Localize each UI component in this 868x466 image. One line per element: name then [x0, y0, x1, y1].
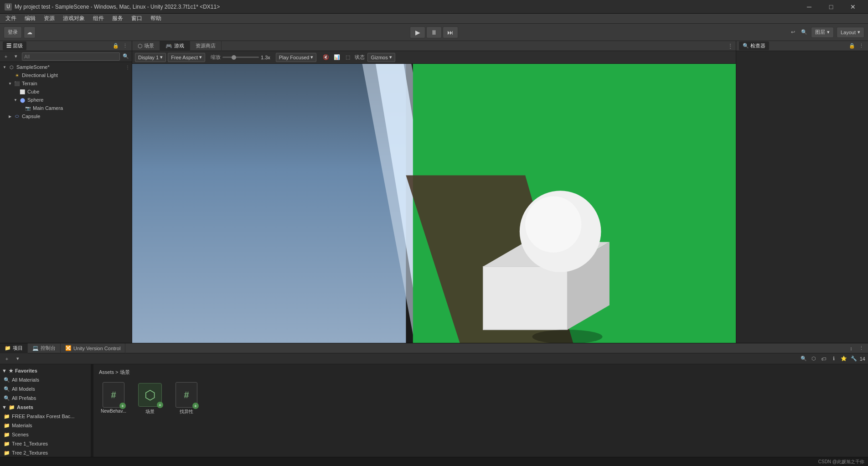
more-bottom-icon[interactable]: ⋮ [857, 344, 865, 352]
filter2-icon[interactable]: 🏷 [820, 355, 828, 363]
tabs-more[interactable]: ⋮ [725, 43, 736, 49]
plus-badge: + [119, 403, 126, 409]
mute-icon[interactable]: 🔇 [322, 53, 330, 62]
dropdown-arrow[interactable]: ▾ [12, 52, 20, 61]
tab-store[interactable]: 资源商店 [190, 41, 222, 51]
inspector-header: 🔍 检查器 🔒 ⋮ [736, 41, 868, 51]
menu-help[interactable]: 帮助 [147, 14, 165, 23]
assets-grid: # + NewBehav... ⬡ + 场景 [97, 380, 864, 417]
unity-logo-icon: ⬡ [145, 388, 155, 403]
tab-version-control[interactable]: 🔀 Unity Version Control [61, 343, 125, 353]
cloud-button[interactable]: ☁ [24, 26, 36, 38]
hierarchy-item-cube[interactable]: ⬜ Cube [0, 88, 132, 96]
project-tab-label: 项目 [13, 345, 23, 352]
filter5-icon[interactable]: 🔧 [850, 355, 858, 363]
menu-window[interactable]: 窗口 [128, 14, 146, 23]
asset-newbehav[interactable]: # + NewBehav... [97, 380, 130, 417]
assets-header[interactable]: ▼ 📁 Assets [0, 403, 91, 412]
favorites-header[interactable]: ▼ ★ Favorites [0, 366, 91, 375]
pause-button[interactable]: ⏸ [426, 26, 442, 38]
app-icon: U [5, 3, 12, 10]
hierarchy-item-samplescene[interactable]: ▼ ⬡ SampleScene* ⋮ [0, 63, 132, 71]
sidebar-materials[interactable]: 📁 Materials [0, 421, 91, 430]
filter4-icon[interactable]: ⭐ [840, 355, 848, 363]
tab-inspector[interactable]: 🔍 检查器 [739, 41, 769, 50]
step-button[interactable]: ⏭ [443, 26, 458, 38]
menu-edit[interactable]: 编辑 [21, 14, 39, 23]
wireframe-icon[interactable]: ⬚ [344, 53, 352, 62]
menu-services[interactable]: 服务 [108, 14, 127, 23]
add-asset-button[interactable]: + [3, 355, 11, 363]
tab-scene[interactable]: ⬡ 场景 [132, 41, 160, 51]
close-button[interactable]: ✕ [842, 0, 863, 14]
expand-favorites: ▼ [2, 368, 7, 373]
zoom-slider[interactable] [222, 57, 259, 58]
asset-scene[interactable]: ⬡ + 场景 [134, 380, 166, 417]
hierarchy-item-capsule[interactable]: ▶ ⬭ Capsule [0, 112, 132, 120]
more-menu[interactable]: ⋮ [125, 65, 130, 70]
account-button[interactable]: 登录 [4, 26, 22, 38]
aspect-dropdown[interactable]: Free Aspect ▾ [168, 53, 205, 62]
search-toggle[interactable]: 🔍 [122, 52, 130, 61]
filter3-icon[interactable]: ℹ [830, 355, 838, 363]
hierarchy-item-terrain[interactable]: ▼ ⬛ Terrain [0, 79, 132, 88]
undo-icon[interactable]: ↩ [789, 28, 797, 36]
collapse-bottom-icon[interactable]: ↕ [847, 344, 855, 352]
breadcrumb: Assets > 场景 [97, 368, 864, 377]
unity-toolbar: 登录 ☁ ▶ ⏸ ⏭ ↩ 🔍 图层 ▾ Layout ▾ [0, 24, 868, 41]
hierarchy-item-directionallight[interactable]: ☀ Directional Light [0, 71, 132, 79]
minimize-button[interactable]: ─ [799, 0, 820, 14]
asset-findrelationship[interactable]: # + 找异性 [170, 380, 203, 417]
maximize-button[interactable]: □ [821, 0, 842, 14]
menu-assets[interactable]: 资源 [40, 14, 58, 23]
search-assets-icon[interactable]: 🔍 [800, 355, 808, 363]
sidebar-tree1[interactable]: 📁 Tree 1_Textures [0, 439, 91, 448]
sidebar-free-parallax[interactable]: 📁 FREE Parallax Forest Bac... [0, 412, 91, 421]
lock-inspector-icon[interactable]: 🔒 [848, 42, 856, 50]
filter1-icon[interactable]: ⬡ [810, 355, 818, 363]
bottom-tab-actions: ↕ ⋮ [844, 344, 868, 352]
search-icon[interactable]: 🔍 [800, 28, 808, 36]
play-focused-dropdown[interactable]: Play Focused ▾ [276, 53, 317, 62]
tab-game[interactable]: 🎮 游戏 [160, 41, 190, 51]
add-button[interactable]: + [2, 52, 10, 61]
layers-dropdown[interactable]: 图层 ▾ [811, 27, 834, 38]
view-options: 🔇 📊 ⬚ 状态 Gizmos ▾ [322, 53, 395, 62]
hierarchy-item-maincamera[interactable]: 📷 Main Camera [0, 104, 132, 112]
menu-gameobject[interactable]: 游戏对象 [59, 14, 88, 23]
findrel-plus-badge: + [192, 403, 199, 409]
inspector-content [736, 51, 868, 343]
zoom-label: 缩放 [211, 54, 221, 61]
project-sidebar: ▼ ★ Favorites 🔍 All Materials 🔍 All Mode… [0, 364, 91, 466]
newbehav-icon: # + [101, 382, 126, 408]
menu-file[interactable]: 文件 [2, 14, 20, 23]
layout-dropdown[interactable]: Layout ▾ [837, 27, 864, 38]
project-icon: 📁 [5, 345, 11, 351]
bottom-panel: 📁 项目 💻 控制台 🔀 Unity Version Control ↕ ⋮ +… [0, 343, 868, 466]
sidebar-scenes[interactable]: 📁 Scenes [0, 430, 91, 439]
findrel-icon: # + [174, 382, 199, 408]
play-button[interactable]: ▶ [410, 26, 425, 38]
sidebar-all-materials[interactable]: 🔍 All Materials [0, 375, 91, 384]
dropdown-bottom[interactable]: ▾ [14, 355, 22, 363]
bottom-tabs: 📁 项目 💻 控制台 🔀 Unity Version Control ↕ ⋮ [0, 343, 868, 353]
hierarchy-item-sphere[interactable]: ▼ ⬤ Sphere [0, 96, 132, 104]
display-dropdown[interactable]: Display 1 ▾ [135, 53, 166, 62]
title-bar: U My project test - SampleScene - Window… [0, 0, 868, 14]
hierarchy-actions: 🔒 ⋮ [112, 42, 129, 50]
menu-component[interactable]: 组件 [89, 14, 108, 23]
stats-icon[interactable]: 📊 [333, 53, 341, 62]
more-inspector-icon[interactable]: ⋮ [857, 42, 865, 50]
sidebar-all-models[interactable]: 🔍 All Models [0, 384, 91, 394]
sidebar-all-prefabs[interactable]: 🔍 All Prefabs [0, 394, 91, 403]
project-layout: ▼ ★ Favorites 🔍 All Materials 🔍 All Mode… [0, 364, 868, 466]
gizmos-dropdown[interactable]: Gizmos ▾ [367, 53, 395, 62]
lock-icon[interactable]: 🔒 [112, 42, 120, 50]
hierarchy-search[interactable] [22, 52, 120, 61]
bottom-toolbar: + ▾ 🔍 ⬡ 🏷 ℹ ⭐ 🔧 14 [0, 353, 868, 364]
tab-console[interactable]: 💻 控制台 [28, 343, 61, 353]
sidebar-tree2[interactable]: 📁 Tree 2_Textures [0, 448, 91, 457]
more-icon[interactable]: ⋮ [121, 42, 129, 50]
tab-hierarchy[interactable]: ☰ 层级 [3, 41, 26, 50]
tab-project[interactable]: 📁 项目 [0, 343, 28, 353]
